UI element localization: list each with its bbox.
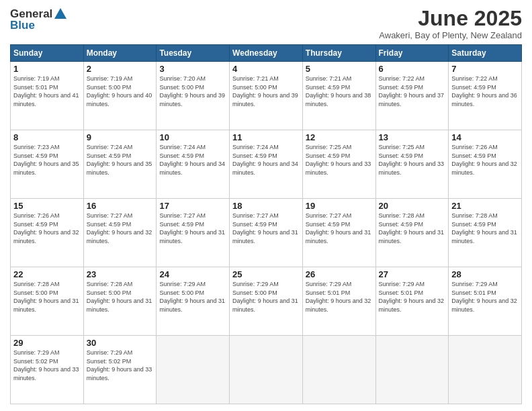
day-number: 12 [306,132,373,142]
calendar-cell: 10Sunrise: 7:24 AMSunset: 4:59 PMDayligh… [157,130,230,199]
day-info: Sunrise: 7:26 AMSunset: 4:59 PMDaylight:… [451,143,519,177]
calendar-cell: 4Sunrise: 7:21 AMSunset: 5:00 PMDaylight… [230,62,303,130]
calendar-cell: 2Sunrise: 7:19 AMSunset: 5:00 PMDaylight… [83,62,157,130]
calendar-cell: 21Sunrise: 7:28 AMSunset: 4:59 PMDayligh… [449,199,522,267]
day-info: Sunrise: 7:21 AMSunset: 4:59 PMDaylight:… [306,75,373,108]
calendar-cell: 8Sunrise: 7:23 AMSunset: 4:59 PMDaylight… [11,130,84,199]
weekday-header-row: SundayMondayTuesdayWednesdayThursdayFrid… [11,45,522,62]
calendar-cell: 15Sunrise: 7:26 AMSunset: 4:59 PMDayligh… [11,199,84,267]
day-info: Sunrise: 7:25 AMSunset: 4:59 PMDaylight:… [379,143,446,177]
day-info: Sunrise: 7:28 AMSunset: 5:00 PMDaylight:… [87,280,154,314]
day-info: Sunrise: 7:20 AMSunset: 5:00 PMDaylight:… [159,75,226,108]
day-info: Sunrise: 7:22 AMSunset: 4:59 PMDaylight:… [379,75,446,108]
day-number: 18 [232,201,300,211]
calendar-cell [449,336,522,404]
day-number: 19 [306,201,373,211]
day-info: Sunrise: 7:27 AMSunset: 4:59 PMDaylight:… [232,212,300,245]
calendar-cell: 20Sunrise: 7:28 AMSunset: 4:59 PMDayligh… [375,199,449,267]
day-number: 8 [13,132,81,142]
page: General Blue June 2025 Awakeri, Bay of P… [0,0,532,411]
weekday-header-friday: Friday [375,45,449,62]
weekday-header-tuesday: Tuesday [157,45,230,62]
day-number: 5 [306,64,373,74]
day-number: 6 [379,64,446,74]
day-info: Sunrise: 7:23 AMSunset: 4:59 PMDaylight:… [13,143,81,177]
day-number: 7 [451,64,519,74]
weekday-header-sunday: Sunday [11,45,84,62]
day-number: 25 [232,269,300,279]
day-info: Sunrise: 7:28 AMSunset: 4:59 PMDaylight:… [379,212,446,245]
svg-marker-0 [54,8,66,19]
day-info: Sunrise: 7:27 AMSunset: 4:59 PMDaylight:… [87,212,154,245]
calendar-week-1: 1Sunrise: 7:19 AMSunset: 5:01 PMDaylight… [11,62,522,130]
day-info: Sunrise: 7:29 AMSunset: 5:01 PMDaylight:… [306,280,373,314]
day-number: 9 [87,132,154,142]
day-info: Sunrise: 7:29 AMSunset: 5:02 PMDaylight:… [13,349,81,382]
calendar-cell: 12Sunrise: 7:25 AMSunset: 4:59 PMDayligh… [302,130,375,199]
calendar-cell: 22Sunrise: 7:28 AMSunset: 5:00 PMDayligh… [11,267,84,336]
day-number: 13 [379,132,446,142]
calendar-cell: 24Sunrise: 7:29 AMSunset: 5:00 PMDayligh… [157,267,230,336]
day-info: Sunrise: 7:29 AMSunset: 5:00 PMDaylight:… [159,280,226,314]
day-number: 27 [379,269,446,279]
weekday-header-monday: Monday [83,45,157,62]
calendar-cell: 11Sunrise: 7:24 AMSunset: 4:59 PMDayligh… [230,130,303,199]
day-info: Sunrise: 7:29 AMSunset: 5:01 PMDaylight:… [451,280,519,314]
weekday-header-thursday: Thursday [302,45,375,62]
day-number: 24 [159,269,226,279]
day-number: 1 [13,64,81,74]
calendar-cell: 18Sunrise: 7:27 AMSunset: 4:59 PMDayligh… [230,199,303,267]
logo-blue: Blue [10,19,35,32]
logo: General Blue [10,7,69,32]
day-number: 15 [13,201,81,211]
calendar-cell: 6Sunrise: 7:22 AMSunset: 4:59 PMDaylight… [375,62,449,130]
day-info: Sunrise: 7:22 AMSunset: 4:59 PMDaylight:… [451,75,519,108]
day-number: 10 [159,132,226,142]
day-number: 11 [232,132,300,142]
calendar-cell: 26Sunrise: 7:29 AMSunset: 5:01 PMDayligh… [302,267,375,336]
calendar-table: SundayMondayTuesdayWednesdayThursdayFrid… [10,44,522,404]
day-info: Sunrise: 7:29 AMSunset: 5:00 PMDaylight:… [232,280,300,314]
calendar-cell [302,336,375,404]
calendar-cell: 1Sunrise: 7:19 AMSunset: 5:01 PMDaylight… [11,62,84,130]
location: Awakeri, Bay of Plenty, New Zealand [379,30,522,40]
day-number: 28 [451,269,519,279]
calendar-cell: 5Sunrise: 7:21 AMSunset: 4:59 PMDaylight… [302,62,375,130]
calendar-cell: 30Sunrise: 7:29 AMSunset: 5:02 PMDayligh… [83,336,157,404]
calendar-cell [375,336,449,404]
day-number: 3 [159,64,226,74]
calendar-week-2: 8Sunrise: 7:23 AMSunset: 4:59 PMDaylight… [11,130,522,199]
day-number: 4 [232,64,300,74]
calendar-cell [230,336,303,404]
day-info: Sunrise: 7:19 AMSunset: 5:00 PMDaylight:… [87,75,154,108]
day-info: Sunrise: 7:24 AMSunset: 4:59 PMDaylight:… [159,143,226,177]
logo-icon [53,7,68,21]
calendar-cell [157,336,230,404]
weekday-header-saturday: Saturday [449,45,522,62]
day-number: 29 [13,338,81,348]
day-number: 23 [87,269,154,279]
day-info: Sunrise: 7:28 AMSunset: 5:00 PMDaylight:… [13,280,81,314]
day-info: Sunrise: 7:24 AMSunset: 4:59 PMDaylight:… [87,143,154,177]
day-info: Sunrise: 7:25 AMSunset: 4:59 PMDaylight:… [306,143,373,177]
day-info: Sunrise: 7:28 AMSunset: 4:59 PMDaylight:… [451,212,519,245]
calendar-cell: 3Sunrise: 7:20 AMSunset: 5:00 PMDaylight… [157,62,230,130]
day-number: 30 [87,338,154,348]
day-number: 26 [306,269,373,279]
calendar-week-5: 29Sunrise: 7:29 AMSunset: 5:02 PMDayligh… [11,336,522,404]
day-info: Sunrise: 7:19 AMSunset: 5:01 PMDaylight:… [13,75,81,108]
day-number: 22 [13,269,81,279]
calendar-cell: 7Sunrise: 7:22 AMSunset: 4:59 PMDaylight… [449,62,522,130]
day-number: 16 [87,201,154,211]
calendar-cell: 25Sunrise: 7:29 AMSunset: 5:00 PMDayligh… [230,267,303,336]
calendar-cell: 27Sunrise: 7:29 AMSunset: 5:01 PMDayligh… [375,267,449,336]
calendar-week-3: 15Sunrise: 7:26 AMSunset: 4:59 PMDayligh… [11,199,522,267]
calendar-cell: 17Sunrise: 7:27 AMSunset: 4:59 PMDayligh… [157,199,230,267]
day-info: Sunrise: 7:27 AMSunset: 4:59 PMDaylight:… [159,212,226,245]
day-info: Sunrise: 7:29 AMSunset: 5:02 PMDaylight:… [87,349,154,382]
day-number: 20 [379,201,446,211]
calendar-cell: 14Sunrise: 7:26 AMSunset: 4:59 PMDayligh… [449,130,522,199]
day-info: Sunrise: 7:27 AMSunset: 4:59 PMDaylight:… [306,212,373,245]
calendar-cell: 28Sunrise: 7:29 AMSunset: 5:01 PMDayligh… [449,267,522,336]
day-info: Sunrise: 7:26 AMSunset: 4:59 PMDaylight:… [13,212,81,245]
